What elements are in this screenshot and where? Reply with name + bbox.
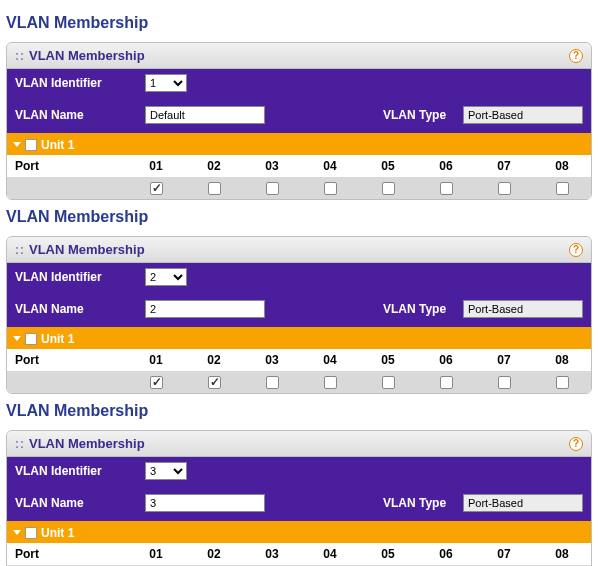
vlan-name-input[interactable] (145, 106, 265, 124)
port-checkbox-07[interactable] (498, 376, 511, 389)
panel-title: VLAN Membership (29, 242, 569, 257)
port-col-03: 03 (243, 349, 301, 371)
port-checkbox-03[interactable] (266, 182, 279, 195)
port-checkbox-03[interactable] (266, 376, 279, 389)
unit-checkbox[interactable] (25, 139, 37, 151)
port-checkbox-04[interactable] (324, 376, 337, 389)
label-vlan-type: VLAN Type (375, 97, 455, 133)
panel-dots-icon: :: (15, 243, 25, 257)
row-vlan-name-type: VLAN NameVLAN Type (7, 485, 591, 521)
vlan-id-select[interactable]: 1 (145, 74, 187, 92)
port-col-07: 07 (475, 349, 533, 371)
port-checkbox-05[interactable] (382, 182, 395, 195)
port-col-07: 07 (475, 543, 533, 565)
help-icon[interactable]: ? (569, 437, 583, 451)
page-heading: VLAN Membership (6, 208, 592, 226)
panel-header: ::VLAN Membership? (7, 431, 591, 457)
page-heading: VLAN Membership (6, 14, 592, 32)
unit-checkbox[interactable] (25, 527, 37, 539)
port-col-01: 01 (127, 155, 185, 177)
row-vlan-identifier: VLAN Identifier3 (7, 457, 591, 485)
port-checkbox-row (7, 371, 591, 393)
port-checkbox-07[interactable] (498, 182, 511, 195)
label-vlan-name: VLAN Name (7, 291, 137, 327)
port-col-05: 05 (359, 349, 417, 371)
port-checkbox-01[interactable] (150, 376, 163, 389)
vlan-form-table: VLAN Identifier3VLAN NameVLAN TypeUnit 1 (7, 457, 591, 543)
unit-checkbox[interactable] (25, 333, 37, 345)
port-checkbox-08[interactable] (556, 376, 569, 389)
port-checkbox-06[interactable] (440, 182, 453, 195)
label-vlan-id: VLAN Identifier (7, 69, 137, 97)
vlan-id-select[interactable]: 2 (145, 268, 187, 286)
unit-label: Unit 1 (41, 526, 74, 540)
row-unit: Unit 1 (7, 133, 591, 155)
port-checkbox-02[interactable] (208, 182, 221, 195)
unit-toggle[interactable]: Unit 1 (13, 526, 74, 540)
port-checkbox-08[interactable] (556, 182, 569, 195)
panel-dots-icon: :: (15, 437, 25, 451)
port-checkbox-01[interactable] (150, 182, 163, 195)
row-vlan-name-type: VLAN NameVLAN Type (7, 291, 591, 327)
port-col-04: 04 (301, 543, 359, 565)
port-col-08: 08 (533, 349, 591, 371)
panel-header: ::VLAN Membership? (7, 43, 591, 69)
chevron-down-icon (13, 142, 21, 147)
port-col-06: 06 (417, 155, 475, 177)
label-vlan-name: VLAN Name (7, 485, 137, 521)
port-col-08: 08 (533, 543, 591, 565)
vlan-id-select[interactable]: 3 (145, 462, 187, 480)
port-label: Port (7, 349, 127, 371)
port-header-row: Port0102030405060708 (7, 543, 591, 565)
port-col-03: 03 (243, 155, 301, 177)
port-table: Port0102030405060708 (7, 543, 591, 566)
panel-title: VLAN Membership (29, 48, 569, 63)
vlan-membership-panel: ::VLAN Membership?VLAN Identifier1VLAN N… (6, 42, 592, 200)
vlan-name-input[interactable] (145, 494, 265, 512)
port-col-05: 05 (359, 155, 417, 177)
port-col-08: 08 (533, 155, 591, 177)
port-label: Port (7, 155, 127, 177)
port-col-02: 02 (185, 349, 243, 371)
label-vlan-id: VLAN Identifier (7, 263, 137, 291)
port-table: Port0102030405060708 (7, 349, 591, 393)
vlan-type-field (463, 106, 583, 124)
chevron-down-icon (13, 336, 21, 341)
vlan-membership-panel: ::VLAN Membership?VLAN Identifier3VLAN N… (6, 430, 592, 566)
label-vlan-name: VLAN Name (7, 97, 137, 133)
panel-dots-icon: :: (15, 49, 25, 63)
row-vlan-name-type: VLAN NameVLAN Type (7, 97, 591, 133)
vlan-form-table: VLAN Identifier2VLAN NameVLAN TypeUnit 1 (7, 263, 591, 349)
help-icon[interactable]: ? (569, 243, 583, 257)
vlan-name-input[interactable] (145, 300, 265, 318)
port-col-05: 05 (359, 543, 417, 565)
vlan-type-field (463, 494, 583, 512)
port-header-row: Port0102030405060708 (7, 349, 591, 371)
port-checkbox-04[interactable] (324, 182, 337, 195)
panel-header: ::VLAN Membership? (7, 237, 591, 263)
port-col-01: 01 (127, 543, 185, 565)
help-icon[interactable]: ? (569, 49, 583, 63)
label-vlan-type: VLAN Type (375, 485, 455, 521)
port-table: Port0102030405060708 (7, 155, 591, 199)
vlan-type-field (463, 300, 583, 318)
port-col-06: 06 (417, 349, 475, 371)
port-checkbox-05[interactable] (382, 376, 395, 389)
port-col-01: 01 (127, 349, 185, 371)
row-vlan-identifier: VLAN Identifier2 (7, 263, 591, 291)
unit-toggle[interactable]: Unit 1 (13, 138, 74, 152)
port-checkbox-02[interactable] (208, 376, 221, 389)
port-col-02: 02 (185, 155, 243, 177)
row-unit: Unit 1 (7, 327, 591, 349)
unit-label: Unit 1 (41, 332, 74, 346)
port-col-07: 07 (475, 155, 533, 177)
label-vlan-type: VLAN Type (375, 291, 455, 327)
row-unit: Unit 1 (7, 521, 591, 543)
unit-toggle[interactable]: Unit 1 (13, 332, 74, 346)
row-vlan-identifier: VLAN Identifier1 (7, 69, 591, 97)
panel-title: VLAN Membership (29, 436, 569, 451)
port-col-02: 02 (185, 543, 243, 565)
port-label: Port (7, 543, 127, 565)
port-checkbox-row (7, 177, 591, 199)
port-checkbox-06[interactable] (440, 376, 453, 389)
